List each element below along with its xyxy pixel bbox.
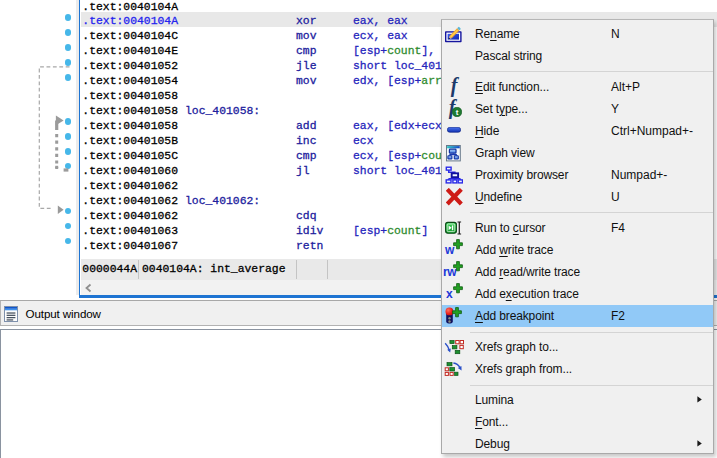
svg-text:t: t [456, 108, 459, 117]
